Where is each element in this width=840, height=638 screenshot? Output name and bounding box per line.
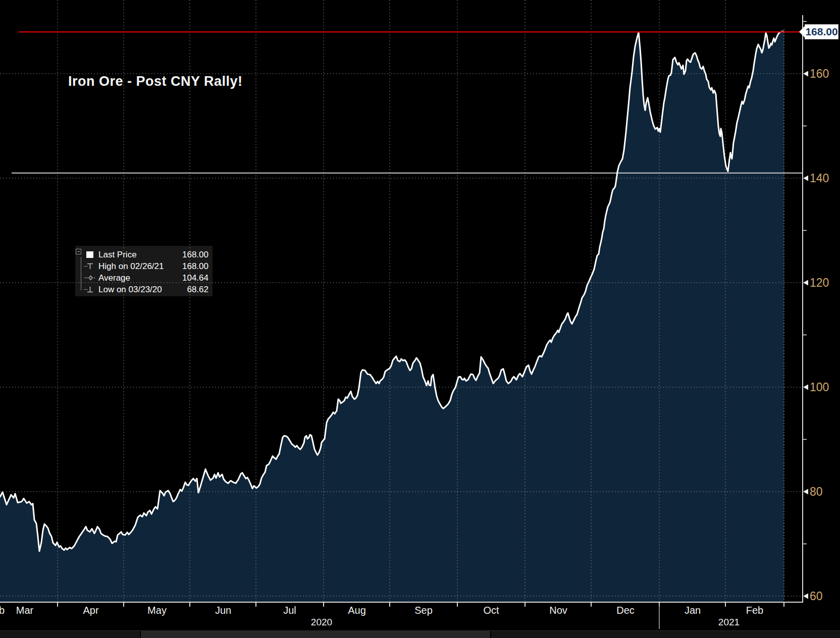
y-axis-label: 120 — [810, 276, 829, 289]
chart-legend: Last Price168.00High on 02/26/21168.00Av… — [75, 246, 213, 296]
partial-month-label: Feb — [0, 605, 5, 616]
legend-value: 168.00 — [182, 250, 208, 260]
month-label: Sep — [414, 605, 433, 616]
legend-value: 168.00 — [182, 261, 208, 272]
month-label: Jan — [685, 605, 701, 616]
series-color-swatch-icon — [86, 251, 93, 258]
chart-title: Iron Ore - Post CNY Rally! — [68, 74, 243, 89]
y-axis-label: 100 — [810, 381, 829, 394]
y-tick-arrow — [803, 385, 808, 390]
legend-label: Low on 03/23/20 — [98, 285, 187, 295]
y-axis-label: 160 — [810, 67, 829, 80]
legend-row-last-price[interactable]: Last Price168.00 — [78, 249, 208, 260]
bloomberg-chart-window: 1601401201008060MarAprMayJunJulAugSepOct… — [0, 0, 840, 638]
legend-label: Last Price — [98, 250, 182, 260]
last-price-badge: 168.00 — [805, 24, 838, 39]
legend-row-high-on-02-26-21[interactable]: High on 02/26/21168.00 — [78, 260, 208, 272]
legend-tree-stub — [84, 278, 88, 278]
month-label: Feb — [746, 605, 763, 616]
y-tick-arrow — [803, 280, 808, 286]
month-label: Jul — [283, 605, 296, 616]
price-area-fill — [0, 31, 784, 602]
month-label: Aug — [348, 605, 366, 616]
price-chart: 1601401201008060MarAprMayJunJulAugSepOct… — [0, 0, 840, 638]
month-label: Nov — [549, 605, 567, 616]
legend-label: High on 02/26/21 — [98, 261, 182, 272]
y-axis-label: 140 — [810, 172, 829, 185]
legend-row-low-on-03-23-20[interactable]: Low on 03/23/2068.62 — [78, 284, 208, 295]
legend-row-average[interactable]: Average104.64 — [78, 272, 208, 284]
y-tick-arrow — [803, 594, 808, 599]
legend-value: 68.62 — [187, 285, 208, 295]
legend-value: 104.64 — [182, 273, 208, 283]
month-label: Mar — [16, 605, 34, 616]
legend-label: Average — [98, 273, 182, 283]
month-label: Jun — [215, 605, 231, 616]
y-tick-arrow — [803, 176, 808, 181]
year-label: 2021 — [718, 617, 740, 627]
month-label: May — [147, 605, 167, 616]
scrollbar-thumb[interactable] — [140, 631, 491, 638]
legend-tree-stub — [84, 289, 88, 290]
y-tick-arrow — [803, 489, 808, 495]
month-label: Oct — [483, 605, 499, 616]
month-label: Apr — [83, 605, 98, 616]
year-label: 2020 — [311, 617, 332, 627]
y-tick-arrow — [803, 71, 808, 77]
month-label: Dec — [616, 605, 635, 616]
horizontal-scrollbar[interactable] — [0, 630, 840, 638]
y-axis-label: 60 — [810, 590, 823, 603]
y-axis-label: 80 — [810, 485, 823, 498]
legend-tree-stub — [84, 266, 88, 267]
